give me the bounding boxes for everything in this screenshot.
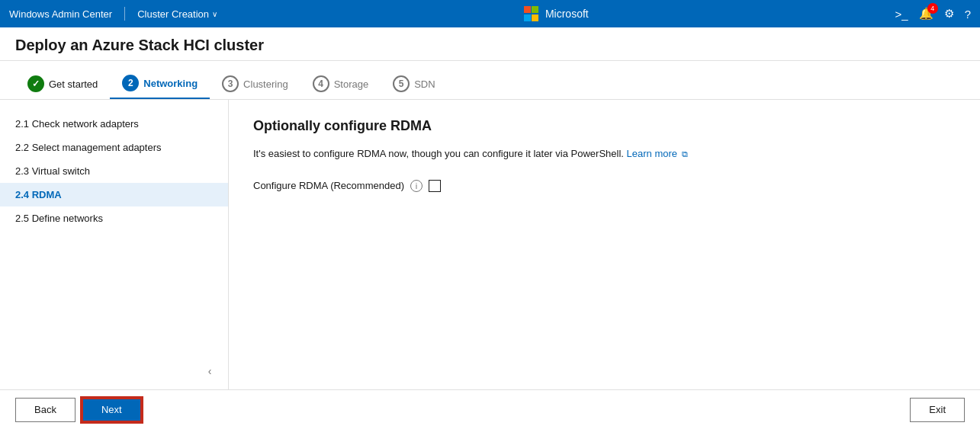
topbar-center: Microsoft (217, 6, 895, 21)
step-label-2: Networking (143, 78, 198, 89)
step-sdn[interactable]: 5 SDN (381, 69, 447, 98)
step-label-3: Clustering (243, 78, 288, 90)
logo-red (524, 6, 531, 13)
app-name: Windows Admin Center (9, 8, 112, 20)
collapse-icon: ‹ (208, 365, 212, 377)
step-get-started[interactable]: ✓ Get started (15, 69, 110, 98)
sidebar-item-2-2[interactable]: 2.2 Select management adapters (0, 136, 228, 159)
sidebar-collapse-button[interactable]: ‹ (201, 362, 219, 380)
step-circle-4: 4 (313, 75, 329, 92)
sidebar-item-2-3[interactable]: 2.3 Virtual switch (0, 159, 228, 183)
page-title: Deploy an Azure Stack HCI cluster (15, 37, 965, 54)
step-label-1: Get started (49, 78, 98, 90)
info-icon[interactable]: i (410, 180, 423, 192)
topbar-divider (124, 7, 125, 21)
settings-icon[interactable]: ⚙ (944, 7, 954, 21)
sidebar-item-2-1[interactable]: 2.1 Check network adapters (0, 112, 228, 136)
step-circle-3: 3 (222, 75, 239, 92)
logo-green (532, 6, 538, 13)
footer-right: Exit (910, 398, 965, 422)
logo-yellow (532, 14, 538, 21)
step-networking[interactable]: 2 Networking (110, 69, 210, 99)
step-circle-2: 2 (122, 75, 139, 91)
step-label-4: Storage (334, 78, 369, 90)
chevron-down-icon: ∨ (212, 10, 217, 18)
learn-more-link[interactable]: Learn more ⧉ (627, 148, 688, 159)
external-link-icon: ⧉ (682, 149, 688, 158)
content-title: Optionally configure RDMA (253, 118, 956, 134)
step-label-5: SDN (414, 78, 435, 90)
exit-button[interactable]: Exit (910, 398, 965, 422)
section-label: Cluster Creation (137, 8, 209, 20)
footer-left: Back Next (15, 398, 142, 422)
notification-badge: 4 (927, 3, 938, 14)
topbar: Windows Admin Center Cluster Creation ∨ … (0, 0, 980, 27)
steps-bar: ✓ Get started 2 Networking 3 Clustering … (0, 61, 980, 100)
sidebar-item-2-4[interactable]: 2.4 RDMA (0, 183, 228, 206)
footer: Back Next Exit (0, 389, 980, 429)
content-description: It's easiest to configure RDMA now, thou… (253, 146, 956, 162)
sidebar-item-2-5[interactable]: 2.5 Define networks (0, 206, 228, 230)
step-clustering[interactable]: 3 Clustering (210, 69, 300, 98)
content-panel: Optionally configure RDMA It's easiest t… (229, 100, 980, 389)
main-content: 2.1 Check network adapters 2.2 Select ma… (0, 100, 980, 389)
step-circle-1: ✓ (27, 75, 44, 92)
terminal-icon[interactable]: >_ (895, 8, 908, 21)
next-button[interactable]: Next (82, 398, 142, 422)
rdma-checkbox-row: Configure RDMA (Recommended) i (253, 180, 956, 192)
step-storage[interactable]: 4 Storage (300, 69, 381, 98)
logo-blue (524, 14, 531, 21)
sidebar: 2.1 Check network adapters 2.2 Select ma… (0, 100, 229, 389)
topbar-right: >_ 🔔 4 ⚙ ? (895, 7, 971, 21)
rdma-checkbox[interactable] (429, 180, 441, 192)
step-circle-5: 5 (393, 75, 410, 92)
microsoft-label: Microsoft (545, 8, 589, 20)
help-icon[interactable]: ? (965, 8, 971, 21)
microsoft-logo (524, 6, 539, 21)
rdma-checkbox-label: Configure RDMA (Recommended) (253, 180, 404, 191)
back-button[interactable]: Back (15, 398, 76, 422)
page-header: Deploy an Azure Stack HCI cluster (0, 27, 980, 61)
topbar-left: Windows Admin Center Cluster Creation ∨ (9, 7, 217, 21)
notifications-icon[interactable]: 🔔 4 (919, 7, 933, 21)
section-menu[interactable]: Cluster Creation ∨ (137, 8, 217, 20)
